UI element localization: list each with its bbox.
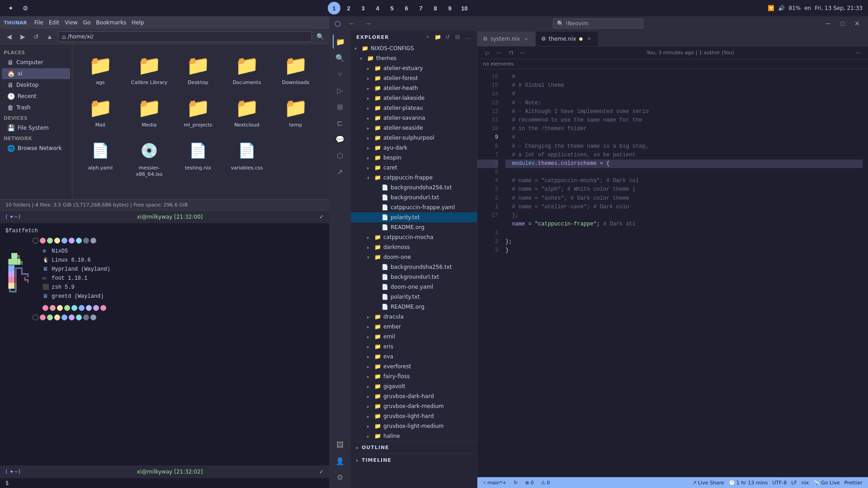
back-button[interactable]: ◀ [4, 31, 14, 42]
list-item[interactable]: 💿 messier-x86_64.iso [127, 135, 172, 181]
share-activity-icon[interactable]: ↗ [333, 164, 347, 179]
run-button[interactable]: ▷ [483, 48, 492, 57]
tree-item-atelier-heath[interactable]: ▸📁atelier-heath [351, 83, 477, 93]
search-button[interactable]: 🔍 [315, 31, 326, 42]
statusbar-language[interactable]: nix [800, 480, 811, 486]
statusbar-branch[interactable]: ⑂ main*+ [481, 477, 508, 488]
tree-item-doom-bgurl[interactable]: 📄backgroundurl.txt [351, 272, 477, 282]
sidebar-item-xi[interactable]: 🏠 xi [2, 68, 70, 79]
tree-item-catppuccin-mocha[interactable]: ▸📁catppuccin-mocha [351, 232, 477, 242]
app-menu-icon[interactable]: ✦ [5, 3, 16, 14]
tree-item-atelier-lakeside[interactable]: ▸📁atelier-lakeside [351, 93, 477, 103]
fm-menu-file[interactable]: File [34, 19, 43, 26]
tree-item-gigavolt[interactable]: ▸📁gigavolt [351, 381, 477, 391]
terminal-content[interactable]: $fastfetch ██╗ ████╗ ██╔═╗ ██║ ╚═╗ ██║ ╚… [0, 223, 329, 465]
settings-icon[interactable]: ⚙ [20, 3, 31, 14]
image-activity-icon[interactable]: 🖼 [333, 437, 347, 452]
tree-item-ayu-dark[interactable]: ▸📁ayu-dark [351, 143, 477, 153]
tree-item-atelier-forest[interactable]: ▸📁atelier-forest [351, 73, 477, 83]
terminal-prompt-line[interactable]: $ [0, 478, 329, 488]
tree-item-gruvbox-dark-medium[interactable]: ▸📁gruvbox-dark-medium [351, 401, 477, 411]
chat-activity-icon[interactable]: 💬 [333, 132, 347, 146]
fm-menu-view[interactable]: View [65, 19, 77, 26]
tree-item-bgurl[interactable]: 📄backgroundurl.txt [351, 192, 477, 202]
tree-item-frappe-yaml[interactable]: 📄catppuccin-frappe.yaml [351, 202, 477, 212]
list-item[interactable]: 📁 temp [273, 92, 318, 131]
tree-item-themes[interactable]: ▾ 📁 themes [351, 53, 477, 63]
remote-activity-icon[interactable]: ⊏ [333, 116, 347, 130]
tree-item-atelier-seaside[interactable]: ▸📁atelier-seaside [351, 123, 477, 133]
tree-item-emil[interactable]: ▸📁emil [351, 332, 477, 342]
workspace-4[interactable]: 4 [371, 2, 384, 14]
tree-item-gruvbox-light-hard[interactable]: ▸📁gruvbox-light-hard [351, 411, 477, 421]
statusbar-warnings[interactable]: ⚠ 0 [539, 477, 552, 488]
workspace-5[interactable]: 5 [386, 2, 398, 14]
more-options-button[interactable]: … [463, 33, 472, 41]
tree-item-bespin[interactable]: ▸📁bespin [351, 153, 477, 163]
explorer-activity-icon[interactable]: 📁 [333, 34, 347, 49]
sidebar-item-filesystem[interactable]: 💾 File System [2, 122, 70, 133]
list-item[interactable]: 📁 Media [127, 92, 172, 131]
workspace-7[interactable]: 7 [415, 2, 427, 14]
tab-theme-nix[interactable]: ⚙ theme.nix ● ✕ [536, 32, 599, 46]
close-button[interactable]: ✕ [852, 18, 863, 29]
workspace-6[interactable]: 6 [400, 2, 413, 14]
fm-menu-go[interactable]: Go [83, 19, 91, 26]
collapse-all-button[interactable]: ⊟ [453, 33, 462, 41]
statusbar-live-share[interactable]: ↗ Live Share [691, 480, 726, 486]
tree-item-atelier-savanna[interactable]: ▸📁atelier-savanna [351, 113, 477, 123]
nav-back-button[interactable]: ← [346, 18, 357, 29]
tree-item-atelier-sulphurpool[interactable]: ▸📁atelier-sulphurpool [351, 133, 477, 143]
workspace-10[interactable]: 10 [458, 2, 471, 14]
workspace-8[interactable]: 8 [429, 2, 442, 14]
tree-item-caret[interactable]: ▸📁caret [351, 163, 477, 173]
workspace-3[interactable]: 3 [357, 2, 369, 14]
tree-item-eris[interactable]: ▸📁eris [351, 342, 477, 352]
fm-menu-edit[interactable]: Edit [49, 19, 59, 26]
tree-item-eva[interactable]: ▸📁eva [351, 352, 477, 361]
tree-item-catppuccin-frappe[interactable]: ▾📁catppuccin-frappe [351, 173, 477, 183]
workspace-2[interactable]: 2 [342, 2, 355, 14]
new-file-button[interactable]: + [424, 33, 432, 41]
tree-item-doom-bg256[interactable]: 📄backgroundsha256.txt [351, 262, 477, 272]
sidebar-item-browse-network[interactable]: 🌐 Browse Network [2, 143, 70, 154]
tab-close-button[interactable]: ✕ [585, 35, 593, 42]
list-item[interactable]: 📁 ags [78, 50, 123, 89]
refresh-button[interactable]: ↺ [443, 33, 452, 41]
tree-item-everforest[interactable]: ▸📁everforest [351, 361, 477, 371]
maximize-button[interactable]: □ [837, 18, 848, 29]
tree-item-gruvbox-dark-hard[interactable]: ▸📁gruvbox-dark-hard [351, 391, 477, 401]
tree-item-atelier-estuary[interactable]: ▸📁atelier-estuary [351, 63, 477, 73]
sidebar-item-trash[interactable]: 🗑 Trash [2, 102, 70, 113]
tab-system-nix[interactable]: ⚙ system.nix ✕ [477, 32, 536, 46]
toolbar-more-button[interactable]: ⋯ [854, 48, 863, 57]
workspace-9[interactable]: 9 [443, 2, 456, 14]
tree-item-doom-yaml[interactable]: 📄doom-one.yaml [351, 282, 477, 292]
tab-close-button[interactable]: ✕ [523, 35, 530, 42]
split-button[interactable]: ⊓ [506, 48, 515, 57]
command-palette[interactable]: 🔍 !Neovim [553, 19, 643, 28]
extensions-activity-icon[interactable]: ⊞ [333, 99, 347, 114]
list-item[interactable]: 📄 variables.css [224, 135, 269, 181]
list-item[interactable]: 📄 alph.yaml [78, 135, 123, 181]
statusbar-line-ending[interactable]: LF [789, 480, 798, 486]
tree-item-ember[interactable]: ▸📁ember [351, 322, 477, 332]
tree-item-frappe-readme[interactable]: 📄README.org [351, 222, 477, 232]
list-item[interactable]: 📁 Calibre Library [127, 50, 172, 89]
settings-activity-icon[interactable]: ⚙ [333, 470, 347, 484]
tree-item-doom-polarity[interactable]: 📄polarity.txt [351, 292, 477, 302]
fm-menu-help[interactable]: Help [132, 19, 144, 26]
git-activity-icon[interactable]: ⑂ [333, 67, 347, 81]
list-item[interactable]: 📁 Nextcloud [224, 92, 269, 131]
tree-item-bg256[interactable]: 📄backgroundsha256.txt [351, 183, 477, 192]
fm-menu-bookmarks[interactable]: Bookmarks [96, 19, 126, 26]
statusbar-errors[interactable]: ⊗ 0 [523, 477, 535, 488]
list-item[interactable]: 📄 testing.nix [175, 135, 221, 181]
debug-button[interactable]: ⋯ [495, 48, 504, 57]
run-activity-icon[interactable]: ▷ [333, 83, 347, 98]
statusbar-go-live[interactable]: 📡 Go Live [811, 480, 841, 486]
list-item[interactable]: 📁 Desktop [175, 50, 221, 89]
outline-section[interactable]: ▸ OUTLINE [351, 441, 477, 454]
nav-forward-button[interactable]: → [363, 18, 373, 29]
sidebar-item-computer[interactable]: 🖥 Computer [2, 57, 70, 68]
